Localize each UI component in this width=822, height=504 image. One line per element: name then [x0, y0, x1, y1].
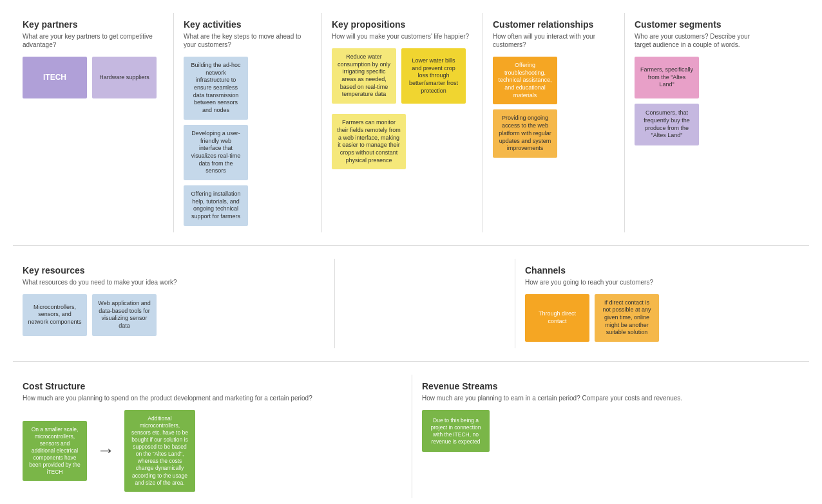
customer-segments-notes: Farmers, specifically from the "Altes La… [635, 57, 757, 145]
key-partners-section: Key partners What are your key partners … [13, 13, 174, 232]
note-cr-2[interactable]: Providing ongoing access to the web plat… [493, 109, 557, 157]
channels-notes: Through direct contact If direct contact… [525, 294, 789, 342]
note-ka-3[interactable]: Offering installation help, tutorials, a… [184, 185, 248, 226]
empty-middle [335, 259, 515, 348]
customer-segments-subtitle: Who are your customers? Describe your ta… [635, 32, 757, 49]
customer-segments-section: Customer segments Who are your customers… [625, 13, 767, 232]
key-partners-subtitle: What are your key partners to get compet… [23, 32, 164, 49]
customer-relationships-title: Customer relationships [493, 19, 615, 30]
key-activities-section: Key activities What are the key steps to… [174, 13, 322, 232]
customer-relationships-section: Customer relationships How often will yo… [483, 13, 625, 232]
revenue-notes: Due to this being a project in connectio… [422, 410, 799, 452]
note-cost-2[interactable]: Additional microcontrollers, sensors etc… [124, 410, 195, 491]
customer-relationships-notes: Offering troubleshooting, technical assi… [493, 57, 615, 158]
note-kp-1[interactable]: Reduce water consumption by only irrigat… [332, 48, 396, 104]
key-activities-subtitle: What are the key steps to move ahead to … [184, 32, 312, 49]
bottom-grid: Cost Structure How much are you planning… [13, 375, 809, 498]
note-revenue-1[interactable]: Due to this being a project in connectio… [422, 410, 490, 452]
note-ka-1[interactable]: Building the ad-hoc network infrastructu… [184, 57, 248, 120]
note-itech[interactable]: ITECH [23, 57, 87, 98]
note-cost-1[interactable]: On a smaller scale, microcontrollers, se… [23, 421, 87, 481]
revenue-streams-subtitle: How much are you planning to earn in a c… [422, 394, 799, 402]
note-ch-1[interactable]: Through direct contact [525, 294, 589, 342]
key-propositions-notes: Reduce water consumption by only irrigat… [332, 48, 473, 169]
canvas: Key partners What are your key partners … [0, 0, 822, 504]
customer-segments-title: Customer segments [635, 19, 757, 30]
note-kp-2[interactable]: Lower water bills and prevent crop loss … [401, 48, 466, 104]
key-resources-section: Key resources What resources do you need… [13, 259, 335, 348]
key-activities-notes: Building the ad-hoc network infrastructu… [184, 57, 312, 226]
cost-arrow: → [97, 440, 115, 461]
key-resources-subtitle: What resources do you need to make your … [23, 278, 325, 286]
revenue-streams-section: Revenue Streams How much are you plannin… [412, 375, 809, 498]
note-cs-1[interactable]: Farmers, specifically from the "Altes La… [635, 57, 699, 98]
middle-grid: Key resources What resources do you need… [13, 259, 809, 362]
note-ka-2[interactable]: Developing a user-friendly web interface… [184, 125, 248, 180]
note-cr-1[interactable]: Offering troubleshooting, technical assi… [493, 57, 557, 104]
key-resources-notes: Microcontrollers, sensors, and network c… [23, 294, 325, 336]
cost-structure-subtitle: How much are you planning to spend on th… [23, 394, 402, 402]
key-propositions-subtitle: How will you make your customers' life h… [332, 32, 473, 41]
key-partners-title: Key partners [23, 19, 164, 30]
channels-subtitle: How are you going to reach your customer… [525, 278, 789, 286]
key-partners-notes: ITECH Hardware suppliers [23, 57, 164, 98]
cost-structure-flow: On a smaller scale, microcontrollers, se… [23, 410, 402, 491]
key-propositions-title: Key propositions [332, 19, 473, 30]
note-cs-2[interactable]: Consumers, that frequently buy the produ… [635, 104, 699, 145]
revenue-streams-title: Revenue Streams [422, 381, 799, 391]
cost-structure-section: Cost Structure How much are you planning… [13, 375, 412, 498]
note-kr-2[interactable]: Web application and data-based tools for… [92, 294, 157, 336]
cost-structure-title: Cost Structure [23, 381, 402, 391]
note-kr-1[interactable]: Microcontrollers, sensors, and network c… [23, 294, 87, 336]
customer-relationships-subtitle: How often will you interact with your cu… [493, 32, 615, 49]
key-activities-title: Key activities [184, 19, 312, 30]
channels-title: Channels [525, 265, 789, 275]
note-hardware-suppliers[interactable]: Hardware suppliers [92, 57, 157, 98]
key-propositions-section: Key propositions How will you make your … [322, 13, 483, 232]
channels-section: Channels How are you going to reach your… [515, 259, 799, 348]
note-kp-3[interactable]: Farmers can monitor their fields remotel… [332, 114, 406, 169]
key-resources-title: Key resources [23, 265, 325, 275]
top-grid: Key partners What are your key partners … [13, 13, 809, 246]
note-ch-2[interactable]: If direct contact is not possible at any… [595, 294, 659, 342]
